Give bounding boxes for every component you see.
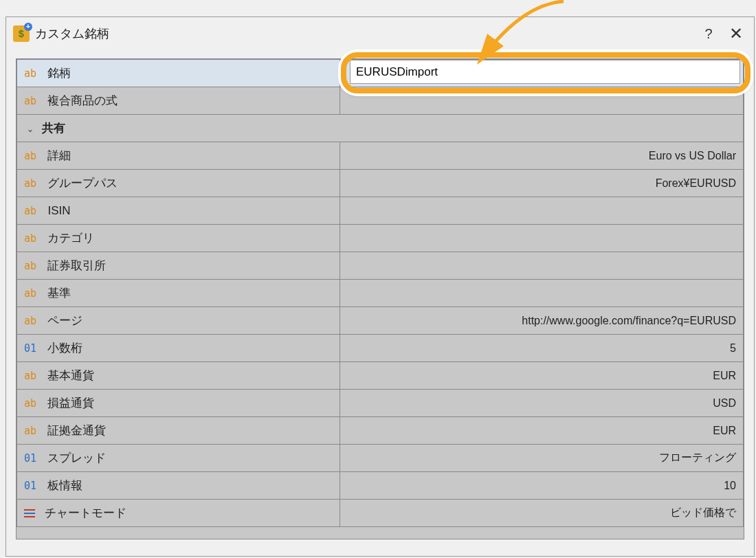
property-value[interactable]: 10 [340,472,744,500]
property-label: 基準 [47,287,71,300]
type-badge-text-icon: ab [24,370,41,382]
property-row-spread[interactable]: 01 スプレッド フローティング [17,445,744,472]
property-value[interactable] [340,280,744,307]
property-row-basis[interactable]: ab 基準 [17,280,744,307]
property-label: カテゴリ [47,232,94,245]
property-value[interactable]: フローティング [340,445,744,472]
group-label: 共有 [42,122,65,135]
property-row-base-currency[interactable]: ab 基本通貨 EUR [17,362,744,390]
titlebar: + カスタム銘柄 ? ✕ [6,17,754,50]
group-row-common[interactable]: ⌄ 共有 [17,115,744,142]
property-row-exchange[interactable]: ab 証券取引所 [17,252,744,280]
property-value[interactable]: Euro vs US Dollar [340,142,744,170]
property-label: 詳細 [47,149,71,162]
property-value[interactable] [340,225,744,252]
property-row-profit-currency[interactable]: ab 損益通貨 USD [17,390,744,417]
property-row-page[interactable]: ab ページ http://www.google.com/finance?q=E… [17,307,744,335]
type-badge-number-icon: 01 [24,342,41,355]
property-label: スプレッド [47,451,106,465]
help-button[interactable]: ? [695,26,722,42]
type-badge-text-icon: ab [24,397,41,410]
type-badge-text-icon: ab [24,177,41,190]
property-value[interactable]: EUR [340,417,744,445]
property-row-isin[interactable]: ab ISIN [17,197,744,225]
property-row-depth[interactable]: 01 板情報 10 [17,472,744,500]
property-label: 損益通貨 [47,397,94,410]
window-title: カスタム銘柄 [35,25,695,42]
property-label: 証拠金通貨 [47,424,106,437]
property-value[interactable]: EUR [340,362,744,390]
type-badge-text-icon: ab [24,67,41,80]
property-row-formula[interactable]: ab 複合商品の式 [17,87,744,115]
type-badge-text-icon: ab [24,425,41,437]
type-badge-text-icon: ab [24,232,41,245]
property-row-digits[interactable]: 01 小数桁 5 [17,335,744,362]
property-label: 複合商品の式 [47,94,118,107]
close-button[interactable]: ✕ [722,24,750,43]
property-value[interactable] [340,252,744,280]
type-badge-text-icon: ab [24,95,41,107]
app-icon: + [13,25,30,42]
property-value[interactable]: USD [340,390,744,417]
property-label: グループパス [47,177,118,190]
svg-rect-2 [24,513,35,514]
property-value[interactable]: 5 [340,335,744,362]
property-row-category[interactable]: ab カテゴリ [17,225,744,252]
list-icon [24,508,36,520]
property-row-group-path[interactable]: ab グループパス Forex¥EURUSD [17,170,744,197]
property-value[interactable]: http://www.google.com/finance?q=EURUSD [340,307,744,335]
custom-symbol-dialog: + カスタム銘柄 ? ✕ ab 銘柄 ab 複合商品の式 [5,16,755,557]
property-value[interactable] [340,197,744,225]
property-label: 小数桁 [47,342,82,355]
type-badge-text-icon: ab [24,315,41,327]
property-label: 銘柄 [47,67,71,80]
type-badge-text-icon: ab [24,287,41,300]
svg-rect-1 [24,509,35,511]
property-label: ISIN [47,204,70,217]
type-badge-text-icon: ab [24,260,41,272]
type-badge-number-icon: 01 [24,452,41,465]
symbol-name-input[interactable] [350,60,740,84]
property-label: ページ [47,314,82,327]
chevron-down-icon: ⌄ [24,124,36,134]
property-grid[interactable]: ab 銘柄 ab 複合商品の式 ⌄ 共有 ab [16,58,744,539]
property-label: 板情報 [47,479,82,492]
type-badge-number-icon: 01 [24,480,41,492]
property-row-chart-mode[interactable]: チャートモード ビッド価格で [17,500,744,527]
type-badge-text-icon: ab [24,150,41,162]
property-label: 証券取引所 [47,259,106,272]
property-row-description[interactable]: ab 詳細 Euro vs US Dollar [17,142,744,170]
property-label: チャートモード [45,506,126,520]
property-value[interactable]: ビッド価格で [340,500,744,527]
property-value[interactable]: Forex¥EURUSD [340,170,744,197]
type-badge-text-icon: ab [24,205,41,217]
property-row-margin-currency[interactable]: ab 証拠金通貨 EUR [17,417,744,445]
svg-rect-3 [24,516,35,517]
property-value[interactable] [340,87,744,115]
property-label: 基本通貨 [47,369,94,382]
